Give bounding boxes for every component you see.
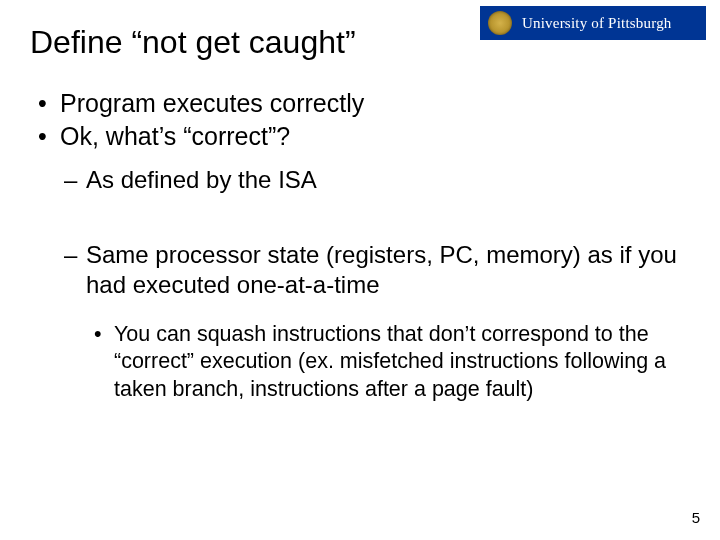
page-number: 5 [692,509,700,526]
bullet-level1: Ok, what’s “correct”? [34,121,690,152]
university-logo: University of Pittsburgh [480,6,706,40]
seal-icon [488,11,512,35]
slide-title: Define “not get caught” [30,24,356,61]
bullet-level2: As defined by the ISA [34,165,690,194]
university-name: University of Pittsburgh [522,15,672,32]
bullet-level3: You can squash instructions that don’t c… [34,321,690,404]
bullet-level1: Program executes correctly [34,88,690,119]
bullet-level2: Same processor state (registers, PC, mem… [34,240,690,299]
slide-body: Program executes correctly Ok, what’s “c… [34,88,690,403]
